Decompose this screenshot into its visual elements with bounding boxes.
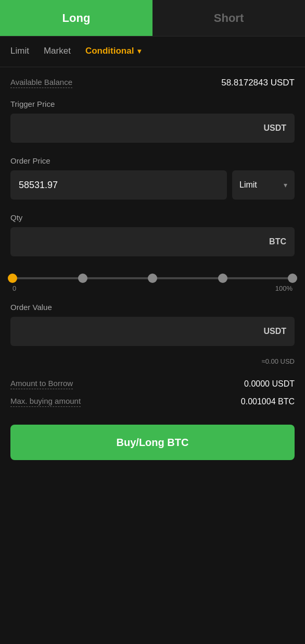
position-toggle: Long Short (0, 0, 305, 36)
qty-section: Qty BTC (10, 213, 295, 268)
tab-conditional[interactable]: Conditional ▾ (85, 46, 141, 57)
tab-limit[interactable]: Limit (10, 46, 29, 57)
conditional-dropdown-arrow: ▾ (137, 47, 141, 55)
slider-thumb-100[interactable] (288, 274, 297, 283)
order-price-section: Order Price Limit ▾ (10, 156, 295, 211)
order-price-input-wrapper (10, 170, 227, 200)
order-price-type-label: Limit (239, 180, 257, 190)
qty-slider-container: 0 100% (10, 270, 295, 292)
slider-thumb-25[interactable] (78, 274, 87, 283)
tab-market[interactable]: Market (44, 46, 71, 57)
qty-field: BTC (10, 227, 295, 256)
main-content: Available Balance 58.8172843 USDT Trigge… (0, 67, 305, 644)
max-buying-value: 0.001004 BTC (241, 397, 295, 406)
trigger-price-suffix: USDT (263, 123, 286, 133)
slider-thumb-0[interactable] (8, 274, 17, 283)
buy-long-button[interactable]: Buy/Long BTC (10, 425, 295, 460)
order-value-input[interactable] (19, 326, 263, 337)
max-buying-label: Max. buying amount (10, 397, 81, 407)
qty-suffix: BTC (269, 237, 286, 246)
balance-label: Available Balance (10, 78, 72, 88)
order-price-input[interactable] (19, 180, 219, 191)
order-price-type-select[interactable]: Limit ▾ (232, 170, 295, 200)
slider-labels: 0 100% (12, 284, 293, 292)
order-value-field: USDT (10, 317, 295, 346)
slider-track (12, 277, 293, 279)
trigger-price-section: Trigger Price USDT (10, 100, 295, 154)
approx-usd: ≈0.00 USD (10, 357, 295, 365)
qty-input[interactable] (19, 237, 269, 247)
amount-to-borrow-label: Amount to Borrow (10, 379, 73, 389)
slider-max-label: 100% (275, 284, 293, 292)
max-buying-row: Max. buying amount 0.001004 BTC (10, 397, 295, 407)
trigger-price-label: Trigger Price (10, 100, 295, 108)
trigger-price-field: USDT (10, 114, 295, 143)
slider-thumb-50[interactable] (148, 274, 157, 283)
amount-to-borrow-value: 0.0000 USDT (244, 379, 295, 389)
short-button[interactable]: Short (152, 0, 305, 36)
order-price-type-arrow: ▾ (284, 181, 287, 189)
slider-min-label: 0 (12, 284, 16, 292)
long-button[interactable]: Long (0, 0, 152, 36)
order-value-section: Order Value USDT ≈0.00 USD (10, 303, 295, 374)
conditional-label: Conditional (85, 46, 134, 56)
qty-label: Qty (10, 213, 295, 222)
order-type-tabs: Limit Market Conditional ▾ (0, 36, 305, 67)
balance-row: Available Balance 58.8172843 USDT (10, 78, 295, 88)
order-price-label: Order Price (10, 156, 295, 165)
balance-value: 58.8172843 USDT (221, 78, 295, 88)
order-price-row: Limit ▾ (10, 170, 295, 200)
trigger-price-input[interactable] (19, 123, 263, 134)
slider-thumb-75[interactable] (218, 274, 227, 283)
order-value-suffix: USDT (263, 327, 286, 336)
order-value-label: Order Value (10, 303, 295, 312)
amount-to-borrow-row: Amount to Borrow 0.0000 USDT (10, 379, 295, 389)
